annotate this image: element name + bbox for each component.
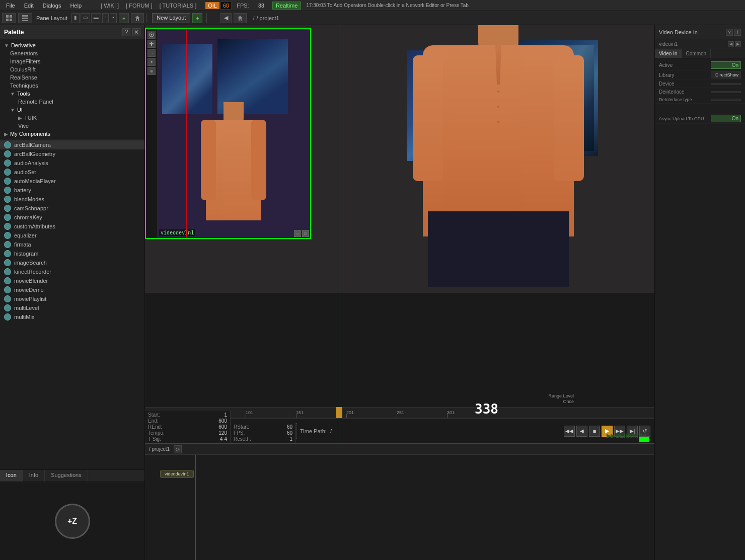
op-item-chromakey[interactable]: chromaKey bbox=[0, 213, 144, 222]
param-value-deinterlacetype[interactable] bbox=[711, 99, 741, 101]
op-item-movieplaylist[interactable]: moviePlaylist bbox=[0, 294, 144, 303]
toolbar-icon-plus[interactable]: + bbox=[119, 13, 129, 23]
viewport-area[interactable]: → ✦ ⊕ bbox=[145, 25, 654, 560]
menu-file[interactable]: File bbox=[2, 2, 19, 10]
toolbar-icon-home[interactable] bbox=[131, 13, 144, 23]
op-item-moviedemo[interactable]: movieDemo bbox=[0, 285, 144, 294]
menu-dialogs[interactable]: Dialogs bbox=[39, 2, 65, 10]
params-info-btn[interactable]: i bbox=[734, 29, 741, 36]
realtime-button[interactable]: Realtime bbox=[272, 2, 301, 10]
transport-rewind-btn[interactable]: ◀◀ bbox=[564, 426, 575, 437]
network-node-videodev[interactable]: videodevIn1 bbox=[160, 470, 194, 478]
tree-item-tools[interactable]: ▼ Tools bbox=[0, 90, 144, 98]
transport-back-btn[interactable]: ◀ bbox=[576, 426, 587, 437]
preview-btn-1[interactable]: ○ bbox=[294, 230, 301, 237]
tool-btn-2[interactable] bbox=[147, 40, 156, 48]
op-label-moviedemo: movieDemo bbox=[14, 287, 44, 293]
tree-item-techniques[interactable]: Techniques bbox=[0, 82, 144, 90]
menu-edit[interactable]: Edit bbox=[20, 2, 38, 10]
tree-item-derivative[interactable]: ▼ Derivative bbox=[0, 41, 144, 49]
menu-help[interactable]: Help bbox=[66, 2, 86, 10]
path-home-btn[interactable] bbox=[234, 13, 247, 23]
tree-item-tuik[interactable]: ▶ TUIK bbox=[0, 114, 144, 122]
palette-help-btn[interactable]: ? bbox=[122, 28, 130, 36]
op-label-customattributes: customAttributes bbox=[14, 223, 55, 229]
param-value-library[interactable]: DirectShow bbox=[711, 71, 741, 78]
tree-item-ui[interactable]: ▼ UI bbox=[0, 106, 144, 114]
menu-forum[interactable]: [ FORUM ] bbox=[123, 2, 156, 10]
param-label-asyncupload: Async Upload To GPU bbox=[659, 116, 704, 121]
node-canvas[interactable]: videodevIn1 bbox=[145, 455, 654, 560]
op-label-imagesearch: imageSearch bbox=[14, 260, 47, 266]
op-item-kinectrecorder[interactable]: kinectRecorder bbox=[0, 267, 144, 276]
tree-item-realsense[interactable]: RealSense bbox=[0, 73, 144, 82]
op-item-audioanalysis[interactable]: audioAnalysis bbox=[0, 158, 144, 168]
tool-btn-5[interactable]: ⊕ bbox=[147, 67, 156, 75]
toolbar-icon-1[interactable] bbox=[2, 13, 16, 23]
palette-tab-icon[interactable]: Icon bbox=[0, 470, 23, 482]
fps2-label: FPS: bbox=[234, 430, 245, 436]
params-tab-common[interactable]: Common bbox=[682, 49, 711, 58]
menu-tutorials[interactable]: [ TUTORIALS ] bbox=[157, 2, 200, 10]
net-panel-top: / project1 ◎ bbox=[145, 444, 654, 455]
param-value-asyncupload[interactable]: On bbox=[711, 115, 741, 122]
playhead-marker[interactable] bbox=[336, 407, 342, 418]
op-item-multimix[interactable]: multiMix bbox=[0, 312, 144, 322]
net-path-btn[interactable]: / project1 bbox=[149, 446, 170, 452]
param-spacer bbox=[655, 104, 745, 114]
params-node-btn-1[interactable]: ◀ bbox=[728, 41, 734, 47]
palette-tab-suggestions[interactable]: Suggestions bbox=[45, 470, 88, 482]
op-item-equalizer[interactable]: equalizer bbox=[0, 231, 144, 240]
op-item-arcballgeometry[interactable]: arcBallGeometry bbox=[0, 149, 144, 158]
add-layout-button[interactable]: + bbox=[192, 13, 202, 23]
palette-tab-info[interactable]: Info bbox=[23, 470, 45, 482]
op-item-multilevel[interactable]: multiLevel bbox=[0, 303, 144, 312]
preview-btn-2[interactable]: □ bbox=[302, 230, 309, 237]
tree-item-imagefilters[interactable]: ImageFilters bbox=[0, 57, 144, 65]
op-item-imagesearch[interactable]: imageSearch bbox=[0, 258, 144, 267]
tool-btn-3[interactable]: → bbox=[147, 49, 156, 57]
tree-label-oculusrift: OculusRift bbox=[10, 66, 36, 72]
op-item-blendmodes[interactable]: blendModes bbox=[0, 195, 144, 204]
tree-arrow-derivative: ▼ bbox=[4, 43, 9, 48]
tree-item-remotepanel[interactable]: Remote Panel bbox=[0, 98, 144, 106]
toolbar-icon-2[interactable] bbox=[18, 13, 32, 23]
op-item-audioset[interactable]: audioSet bbox=[0, 168, 144, 177]
params-tab-videoin[interactable]: Video In bbox=[655, 49, 682, 58]
param-value-active[interactable]: On bbox=[711, 61, 741, 69]
net-zoom-btn[interactable]: ◎ bbox=[174, 445, 182, 453]
palette-close-btn[interactable]: ✕ bbox=[132, 28, 140, 36]
tree-label-realsense: RealSense bbox=[10, 74, 37, 81]
param-value-deinterlace[interactable] bbox=[711, 91, 741, 93]
time-path-text: Time Path: bbox=[300, 428, 327, 434]
params-help-btn[interactable]: ? bbox=[726, 29, 733, 36]
op-item-firmata[interactable]: firmata bbox=[0, 240, 144, 249]
layout-btn-4[interactable]: ▫ bbox=[102, 13, 109, 23]
tool-btn-4[interactable]: ✦ bbox=[147, 58, 156, 66]
layout-btn-3[interactable]: ▬ bbox=[91, 13, 101, 23]
op-item-battery[interactable]: battery bbox=[0, 186, 144, 195]
layout-btn-5[interactable]: ▪ bbox=[110, 13, 117, 23]
op-item-movieblender[interactable]: movieBlender bbox=[0, 276, 144, 285]
op-item-customattributes[interactable]: customAttributes bbox=[0, 222, 144, 231]
tool-btn-1[interactable] bbox=[147, 31, 156, 39]
tree-item-oculusrift[interactable]: OculusRift bbox=[0, 65, 144, 73]
new-layout-button[interactable]: New Layout bbox=[152, 13, 190, 23]
palette-controls: ? ✕ bbox=[122, 28, 140, 36]
op-item-automediaplayer[interactable]: autoMediaPlayer bbox=[0, 177, 144, 186]
transport-stop-btn[interactable]: ■ bbox=[589, 426, 600, 437]
op-item-histogram[interactable]: histogram bbox=[0, 249, 144, 258]
layout-btn-2[interactable]: ▭ bbox=[81, 13, 90, 23]
network-area[interactable]: / project1 ◎ videodevIn1 bbox=[145, 443, 654, 560]
path-back-btn[interactable]: ◀ bbox=[220, 13, 232, 23]
op-item-arcballcamera[interactable]: arcBallCamera bbox=[0, 140, 144, 149]
menu-wiki[interactable]: [ WIKI ] bbox=[98, 2, 122, 10]
param-value-device[interactable] bbox=[711, 83, 741, 85]
layout-btn-1[interactable]: ▮ bbox=[71, 13, 80, 23]
tree-item-vive[interactable]: Vive bbox=[0, 122, 144, 130]
tree-item-mycomponents[interactable]: ▶ My Components bbox=[0, 130, 144, 138]
op-item-camschnappr[interactable]: camSchnappr bbox=[0, 204, 144, 213]
params-node-btn-2[interactable]: ▶ bbox=[735, 41, 741, 47]
tree-item-generators[interactable]: Generators bbox=[0, 49, 144, 57]
preview-window[interactable]: → ✦ ⊕ bbox=[145, 28, 311, 239]
